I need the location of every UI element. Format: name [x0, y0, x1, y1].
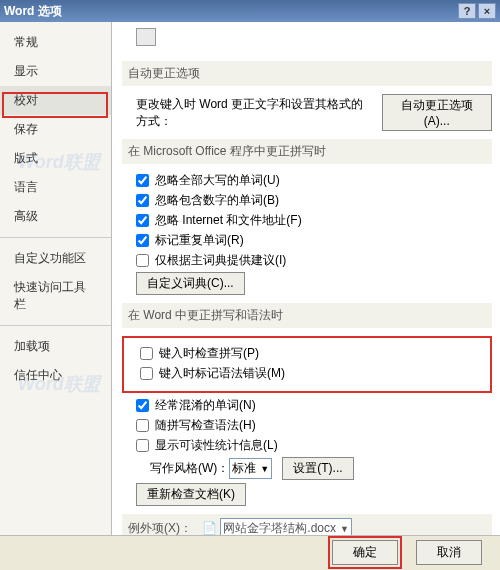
watermark: Word联盟	[18, 150, 100, 174]
settings-button[interactable]: 设置(T)...	[282, 457, 353, 480]
chk-confused-words[interactable]	[136, 399, 149, 412]
chk-mark-grammar-typing[interactable]	[140, 367, 153, 380]
chk-check-grammar-with-spelling[interactable]	[136, 419, 149, 432]
cancel-button[interactable]: 取消	[416, 540, 482, 565]
sidebar: 常规 显示 校对 保存 版式 语言 高级 自定义功能区 快速访问工具栏 加载项 …	[0, 22, 112, 535]
titlebar: Word 选项 ? ×	[0, 0, 500, 22]
chk-ignore-internet[interactable]	[136, 214, 149, 227]
sidebar-item-proofing[interactable]: 校对	[0, 86, 111, 115]
chk-ignore-numbers[interactable]	[136, 194, 149, 207]
recheck-doc-button[interactable]: 重新检查文档(K)	[136, 483, 246, 506]
sidebar-item-customize-ribbon[interactable]: 自定义功能区	[0, 244, 111, 273]
writing-style-select[interactable]: 标准▼	[229, 458, 272, 479]
content-panel: 自动更正选项 更改键入时 Word 更正文字和设置其格式的方式： 自动更正选项(…	[112, 22, 500, 535]
section-word-spelling: 在 Word 中更正拼写和语法时	[122, 303, 492, 328]
sidebar-item-language[interactable]: 语言	[0, 173, 111, 202]
watermark: Word联盟	[18, 372, 100, 396]
sidebar-item-general[interactable]: 常规	[0, 28, 111, 57]
sidebar-item-addins[interactable]: 加载项	[0, 332, 111, 361]
chk-flag-repeated[interactable]	[136, 234, 149, 247]
sidebar-item-save[interactable]: 保存	[0, 115, 111, 144]
highlight-box: 键入时检查拼写(P) 键入时标记语法错误(M)	[122, 336, 492, 393]
section-autocorrect: 自动更正选项	[122, 61, 492, 86]
window-title: Word 选项	[4, 3, 456, 20]
autocorrect-label: 更改键入时 Word 更正文字和设置其格式的方式：	[136, 96, 374, 130]
help-icon[interactable]: ?	[458, 3, 476, 19]
exceptions-file-select[interactable]: 网站金字塔结构.docx▼	[220, 518, 352, 535]
chevron-down-icon: ▼	[340, 524, 349, 534]
sidebar-item-display[interactable]: 显示	[0, 57, 111, 86]
ok-button[interactable]: 确定	[332, 540, 398, 565]
chk-main-dict-only[interactable]	[136, 254, 149, 267]
close-icon[interactable]: ×	[478, 3, 496, 19]
word-doc-icon: 📄	[202, 521, 217, 535]
abc-icon	[136, 28, 156, 46]
section-office-spelling: 在 Microsoft Office 程序中更正拼写时	[122, 139, 492, 164]
section-exceptions: 例外项(X)： 📄 网站金字塔结构.docx▼	[122, 514, 492, 535]
autocorrect-options-button[interactable]: 自动更正选项(A)...	[382, 94, 492, 131]
custom-dict-button[interactable]: 自定义词典(C)...	[136, 272, 245, 295]
chk-ignore-uppercase[interactable]	[136, 174, 149, 187]
sidebar-item-quick-access[interactable]: 快速访问工具栏	[0, 273, 111, 319]
highlight-box: 确定	[328, 536, 402, 569]
writing-style-label: 写作风格(W)：	[150, 460, 229, 477]
sidebar-item-advanced[interactable]: 高级	[0, 202, 111, 231]
chk-readability-stats[interactable]	[136, 439, 149, 452]
chevron-down-icon: ▼	[260, 464, 269, 474]
dialog-footer: 确定 取消	[0, 535, 500, 569]
chk-check-spelling-typing[interactable]	[140, 347, 153, 360]
